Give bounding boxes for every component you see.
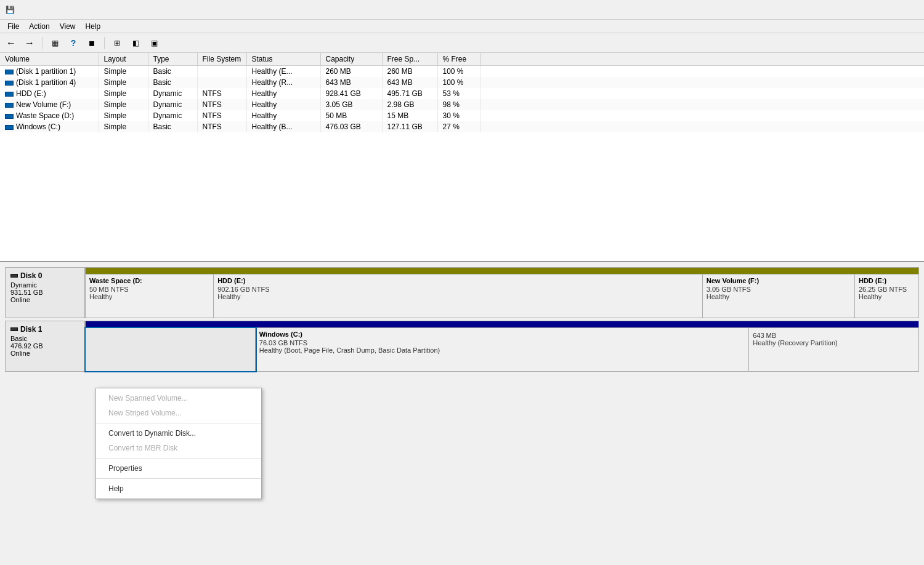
part-fs-0-3: 26.25 GB NTFS	[859, 286, 915, 293]
disk-label-1: Disk 1 Basic 476.92 GB Online	[5, 321, 85, 372]
cell-free: 2.98 GB	[382, 99, 437, 110]
cell-pct: 100 %	[437, 66, 480, 78]
disk-row-0: Disk 0 Dynamic 931.51 GB Online Waste Sp…	[5, 267, 919, 318]
partition-block-1-1[interactable]: Windows (C:) 76.03 GB NTFS Healthy (Boot…	[256, 328, 749, 371]
context-menu: New Spanned Volume...New Striped Volume.…	[95, 388, 262, 499]
table-row[interactable]: (Disk 1 partition 4) Simple Basic Health…	[0, 77, 924, 88]
help-button[interactable]: ?	[65, 35, 82, 51]
cell-volume: Windows (C:)	[0, 121, 99, 132]
cell-fs	[197, 66, 246, 78]
toolbar-btn-3[interactable]: ⊞	[108, 35, 126, 51]
volume-icon	[5, 114, 14, 119]
col-free[interactable]: Free Sp...	[382, 53, 437, 66]
forward-button[interactable]: →	[21, 35, 38, 51]
close-button[interactable]	[891, 0, 919, 20]
disk-drive-icon-1	[10, 327, 18, 331]
cell-layout: Simple	[99, 77, 148, 88]
cell-extra	[480, 77, 924, 88]
table-row[interactable]: New Volume (F:) Simple Dynamic NTFS Heal…	[0, 99, 924, 110]
cell-status: Healthy	[246, 99, 320, 110]
menu-view[interactable]: View	[55, 21, 81, 32]
cell-type: Basic	[148, 66, 197, 78]
col-capacity[interactable]: Capacity	[320, 53, 382, 66]
col-type[interactable]: Type	[148, 53, 197, 66]
bar-segment	[710, 268, 860, 274]
toolbar-btn-5[interactable]: ▣	[145, 35, 163, 51]
part-fs-1-1: 76.03 GB NTFS	[259, 339, 745, 347]
col-volume[interactable]: Volume	[0, 53, 99, 66]
table-row[interactable]: (Disk 1 partition 1) Simple Basic Health…	[0, 66, 924, 78]
cell-layout: Simple	[99, 66, 148, 78]
partition-block-0-0[interactable]: Waste Space (D: 50 MB NTFS Healthy	[86, 274, 214, 318]
col-fs[interactable]: File System	[197, 53, 246, 66]
toolbar-btn-4[interactable]: ◧	[127, 35, 144, 51]
back-button[interactable]: ←	[2, 35, 20, 51]
partition-block-1-2[interactable]: 643 MB Healthy (Recovery Partition)	[749, 328, 918, 371]
maximize-button[interactable]	[860, 0, 888, 20]
cell-volume: (Disk 1 partition 4)	[0, 77, 99, 88]
table-row[interactable]: Windows (C:) Simple Basic NTFS Healthy (…	[0, 121, 924, 132]
title-bar: 💾	[0, 0, 924, 20]
cell-type: Dynamic	[148, 99, 197, 110]
toolbar: ← → ▦ ? ◼ ⊞ ◧ ▣	[0, 33, 924, 53]
list-view-button[interactable]: ▦	[46, 35, 63, 51]
minimize-button[interactable]	[829, 0, 857, 20]
cell-fs: NTFS	[197, 121, 246, 132]
part-fs-0-0: 50 MB NTFS	[89, 286, 209, 293]
disk-drive-icon-0	[10, 274, 18, 278]
ctx-item-8[interactable]: Help	[96, 481, 261, 496]
cell-pct: 27 %	[437, 121, 480, 132]
part-name-0-1: HDD (E:)	[217, 277, 699, 284]
menu-file[interactable]: File	[2, 21, 24, 32]
bar-segment	[860, 268, 918, 274]
disk-partitions-1: Windows (C:) 76.03 GB NTFS Healthy (Boot…	[85, 321, 919, 372]
table-header-row: Volume Layout Type File System Status Ca…	[0, 53, 924, 66]
partition-block-1-0[interactable]	[86, 328, 256, 371]
cell-status: Healthy (R...	[246, 77, 320, 88]
cell-pct: 98 %	[437, 99, 480, 110]
menu-help[interactable]: Help	[81, 21, 106, 32]
cell-extra	[480, 121, 924, 132]
table-row[interactable]: HDD (E:) Simple Dynamic NTFS Healthy 928…	[0, 88, 924, 99]
volume-icon	[5, 103, 14, 108]
cell-extra	[480, 110, 924, 121]
cell-fs: NTFS	[197, 99, 246, 110]
window-controls	[829, 0, 919, 20]
cell-status: Healthy	[246, 110, 320, 121]
cell-type: Dynamic	[148, 110, 197, 121]
bar-segment	[86, 268, 211, 274]
menu-action[interactable]: Action	[24, 21, 54, 32]
menu-bar: File Action View Help	[0, 20, 924, 33]
part-status-0-0: Healthy	[89, 293, 209, 300]
part-name-0-3: HDD (E:)	[859, 277, 915, 284]
volumes-list: Volume Layout Type File System Status Ca…	[0, 53, 924, 132]
volume-table: Volume Layout Type File System Status Ca…	[0, 53, 924, 262]
ctx-item-3[interactable]: Convert to Dynamic Disk...	[96, 426, 261, 441]
properties-button[interactable]: ◼	[83, 35, 100, 51]
cell-free: 127.11 GB	[382, 121, 437, 132]
disk-bar-0	[86, 268, 918, 274]
table-row[interactable]: Waste Space (D:) Simple Dynamic NTFS Hea…	[0, 110, 924, 121]
cell-capacity: 476.03 GB	[320, 121, 382, 132]
col-pct[interactable]: % Free	[437, 53, 480, 66]
cell-layout: Simple	[99, 121, 148, 132]
volume-icon	[5, 92, 14, 97]
partition-block-0-3[interactable]: HDD (E:) 26.25 GB NTFS Healthy	[855, 274, 918, 318]
cell-capacity: 260 MB	[320, 66, 382, 78]
toolbar-separator-2	[104, 37, 105, 49]
partition-block-0-1[interactable]: HDD (E:) 902.16 GB NTFS Healthy	[214, 274, 703, 318]
app-icon: 💾	[5, 5, 15, 15]
ctx-item-6[interactable]: Properties	[96, 461, 261, 476]
cell-free: 260 MB	[382, 66, 437, 78]
bar-segment	[252, 321, 752, 327]
cell-free: 495.71 GB	[382, 88, 437, 99]
cell-fs: NTFS	[197, 110, 246, 121]
part-fs-0-1: 902.16 GB NTFS	[217, 286, 699, 293]
volume-icon	[5, 81, 14, 86]
disk-parts-row-0: Waste Space (D: 50 MB NTFS Healthy HDD (…	[86, 274, 918, 318]
toolbar-separator-1	[42, 37, 43, 49]
col-layout[interactable]: Layout	[99, 53, 148, 66]
ctx-separator-5	[96, 458, 261, 459]
partition-block-0-2[interactable]: New Volume (F:) 3.05 GB NTFS Healthy	[703, 274, 855, 318]
col-status[interactable]: Status	[246, 53, 320, 66]
